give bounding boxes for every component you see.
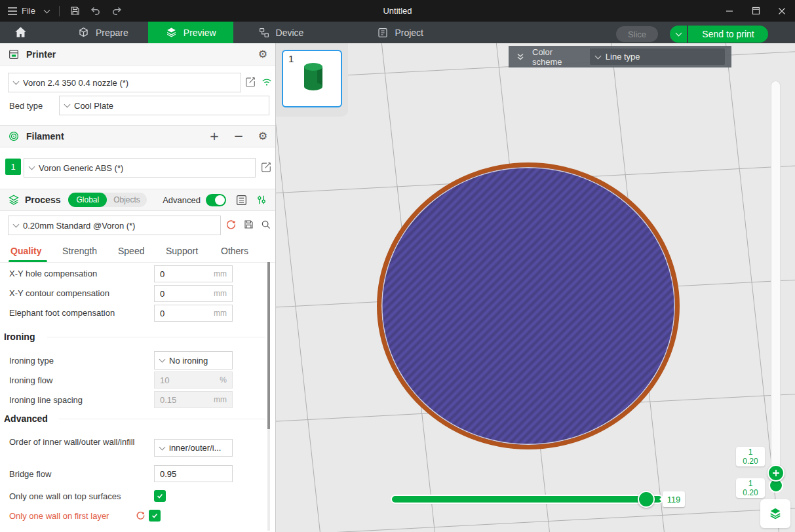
setting-label: X-Y contour compensation bbox=[9, 288, 109, 298]
hamburger-icon bbox=[7, 7, 18, 16]
tab-strength[interactable]: Strength bbox=[62, 246, 97, 256]
advanced-label: Advanced bbox=[163, 195, 201, 205]
section-divider bbox=[47, 337, 265, 337]
close-button[interactable] bbox=[769, 0, 795, 22]
filament-section-title: Filament bbox=[26, 131, 64, 142]
remove-filament-button[interactable]: − bbox=[234, 130, 244, 142]
cube-icon bbox=[77, 26, 90, 39]
ironing-type-select[interactable]: No ironing bbox=[154, 351, 233, 370]
tab-others[interactable]: Others bbox=[221, 246, 248, 256]
value: 0 bbox=[160, 289, 165, 299]
save-icon bbox=[69, 5, 81, 16]
layer-slider-upper-handle[interactable] bbox=[767, 465, 785, 482]
collapse-options-button[interactable] bbox=[515, 52, 526, 62]
move-slider-value: 119 bbox=[663, 491, 685, 507]
one-wall-first-checkbox[interactable] bbox=[149, 510, 161, 522]
reset-preset-button[interactable] bbox=[225, 219, 237, 232]
add-filament-button[interactable]: + bbox=[209, 130, 219, 142]
chevron-down-icon bbox=[675, 30, 682, 37]
setting-label: Only one wall on top surfaces bbox=[9, 491, 121, 501]
file-menu-label[interactable]: File bbox=[22, 6, 35, 16]
setting-label: Elephant foot compensation bbox=[9, 308, 115, 318]
undo-button[interactable] bbox=[85, 0, 106, 22]
one-wall-top-checkbox[interactable] bbox=[154, 490, 166, 502]
tab-device[interactable]: Device bbox=[241, 22, 321, 43]
tab-preview[interactable]: Preview bbox=[148, 22, 233, 43]
send-to-print-button[interactable]: Send to print bbox=[688, 26, 768, 43]
printer-preset-select[interactable]: Voron 2.4 350 0.4 nozzle (*) bbox=[8, 73, 241, 92]
advanced-toggle[interactable] bbox=[206, 194, 226, 206]
layer-view-button[interactable] bbox=[760, 499, 790, 528]
printer-connection-button[interactable] bbox=[261, 77, 273, 89]
value: 0.15 bbox=[160, 395, 176, 405]
maximize-button[interactable] bbox=[743, 0, 769, 22]
elephant-foot-compensation-input[interactable]: 0 mm bbox=[154, 305, 233, 322]
process-tab-bar: Quality Strength Speed Support Others bbox=[0, 241, 275, 263]
redo-icon bbox=[111, 6, 123, 16]
scope-objects-button[interactable]: Objects bbox=[107, 195, 147, 204]
double-chevron-down-icon bbox=[515, 52, 526, 62]
process-section-title: Process bbox=[25, 195, 60, 205]
move-slider-track[interactable] bbox=[392, 496, 662, 503]
tab-project[interactable]: Project bbox=[360, 22, 440, 43]
view-options-bar: Color scheme Line type bbox=[509, 46, 731, 67]
parameter-list-icon[interactable] bbox=[235, 194, 248, 206]
toolbar-divider bbox=[59, 6, 60, 16]
printer-icon bbox=[8, 48, 20, 60]
search-settings-button[interactable] bbox=[260, 219, 271, 232]
settings-sidebar: Printer ⚙ Voron 2.4 350 0.4 nozzle (*) B… bbox=[0, 43, 276, 532]
color-scheme-label: Color scheme bbox=[532, 47, 583, 67]
plate-thumbnail[interactable]: 1 bbox=[282, 50, 342, 107]
setting-label: Bridge flow bbox=[9, 469, 51, 479]
ironing-type-value: No ironing bbox=[169, 356, 208, 366]
home-button[interactable] bbox=[0, 22, 41, 43]
scope-global-button[interactable]: Global bbox=[68, 193, 107, 207]
sidebar-scrollbar-thumb[interactable] bbox=[267, 262, 270, 429]
layers-icon bbox=[165, 26, 178, 39]
layer-height: 0.20 bbox=[736, 488, 765, 497]
process-preset-select[interactable]: 0.20mm Standard @Voron (*) bbox=[8, 216, 221, 235]
filament-settings-gear-icon[interactable]: ⚙ bbox=[258, 131, 267, 142]
xy-hole-compensation-input[interactable]: 0 mm bbox=[154, 265, 233, 282]
save-button[interactable] bbox=[65, 0, 85, 22]
tune-parameters-icon[interactable] bbox=[256, 194, 267, 206]
filament-edit-button[interactable] bbox=[260, 161, 272, 175]
tab-prepare[interactable]: Prepare bbox=[60, 22, 145, 43]
unit: mm bbox=[214, 395, 227, 404]
line-type-value: Line type bbox=[606, 52, 640, 62]
value: 0.95 bbox=[160, 469, 176, 479]
send-options-button[interactable] bbox=[670, 26, 687, 43]
filament-slot-badge[interactable]: 1 bbox=[5, 159, 21, 175]
chevron-down-icon bbox=[29, 164, 35, 170]
process-layers-icon bbox=[8, 194, 20, 206]
home-icon bbox=[14, 26, 28, 39]
move-slider-handle[interactable] bbox=[638, 491, 655, 508]
reset-icon bbox=[136, 510, 145, 520]
reset-setting-button[interactable] bbox=[136, 510, 145, 522]
wall-order-select[interactable]: inner/outer/i... bbox=[154, 439, 233, 457]
filament-preset-select[interactable]: Voron Generic ABS (*) bbox=[24, 158, 256, 178]
printer-settings-gear-icon[interactable]: ⚙ bbox=[258, 49, 267, 60]
line-type-select[interactable]: Line type bbox=[590, 48, 725, 65]
tab-speed[interactable]: Speed bbox=[118, 246, 144, 256]
plus-icon bbox=[771, 468, 781, 478]
redo-button[interactable] bbox=[106, 0, 127, 22]
xy-contour-compensation-input[interactable]: 0 mm bbox=[154, 285, 233, 302]
layer-slider-track[interactable] bbox=[771, 81, 780, 488]
file-menu-dropdown[interactable] bbox=[40, 0, 54, 22]
advanced-section-label: Advanced bbox=[4, 413, 48, 424]
slice-button[interactable]: Slice bbox=[616, 26, 658, 42]
tab-quality[interactable]: Quality bbox=[10, 246, 41, 256]
printer-edit-button[interactable] bbox=[244, 76, 256, 90]
bridge-flow-input[interactable]: 0.95 bbox=[154, 465, 233, 482]
minimize-button[interactable] bbox=[716, 0, 743, 22]
unit: mm bbox=[214, 309, 227, 318]
layer-number: 1 bbox=[736, 479, 765, 488]
save-preset-button[interactable] bbox=[243, 219, 254, 232]
tab-support[interactable]: Support bbox=[166, 246, 198, 256]
setting-label: X-Y hole compensation bbox=[9, 269, 97, 278]
printer-section-title: Printer bbox=[26, 49, 56, 60]
bed-type-select[interactable]: Cool Plate bbox=[59, 96, 269, 115]
preview-canvas[interactable]: 1 Color scheme Line type 119 1 0.20 1 0.… bbox=[276, 43, 795, 532]
main-menu-button[interactable]: File bbox=[3, 0, 40, 22]
